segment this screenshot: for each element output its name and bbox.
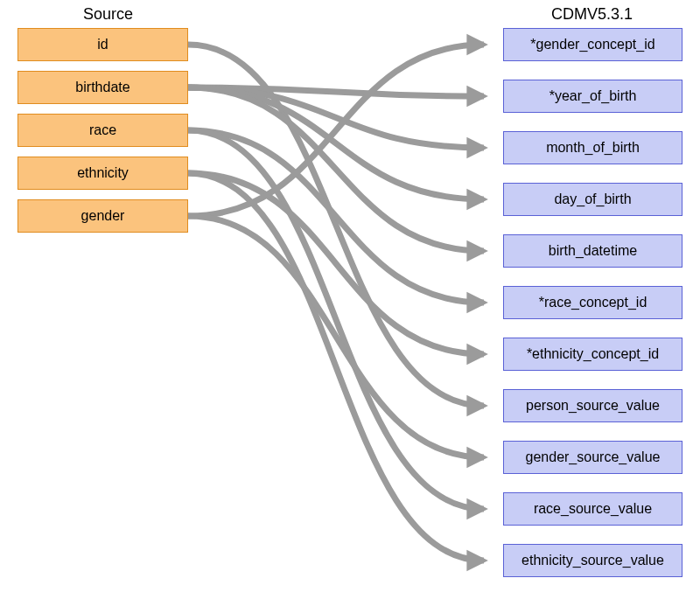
source-node-race-label: race bbox=[89, 122, 116, 138]
target-node-gender_source_value-label: gender_source_value bbox=[526, 449, 661, 465]
target-node-year_of_birth: *year_of_birth bbox=[503, 80, 682, 113]
source-node-ethnicity-label: ethnicity bbox=[77, 165, 129, 181]
target-node-person_source_value-label: person_source_value bbox=[526, 398, 660, 414]
target-node-ethnicity_source_value: ethnicity_source_value bbox=[503, 544, 682, 577]
target-node-gender_source_value: gender_source_value bbox=[503, 441, 682, 474]
link-race-to-race_source_value bbox=[188, 130, 484, 509]
source-node-birthdate: birthdate bbox=[18, 71, 188, 104]
target-column-title: CDMV5.3.1 bbox=[551, 5, 633, 24]
link-gender-to-gender_source_value bbox=[188, 216, 484, 457]
source-node-gender: gender bbox=[18, 199, 188, 233]
link-id-to-person_source_value bbox=[188, 45, 484, 406]
mapping-diagram: { "titles": { "left": "Source", "right":… bbox=[0, 0, 700, 599]
target-node-person_source_value: person_source_value bbox=[503, 389, 682, 422]
target-node-ethnicity_source_value-label: ethnicity_source_value bbox=[522, 553, 664, 568]
link-ethnicity-to-ethnicity_concept_id bbox=[188, 173, 484, 354]
target-node-month_of_birth: month_of_birth bbox=[503, 131, 682, 164]
target-node-year_of_birth-label: *year_of_birth bbox=[550, 88, 637, 104]
link-birthdate-to-birth_datetime bbox=[188, 87, 484, 251]
target-node-race_source_value: race_source_value bbox=[503, 492, 682, 526]
source-node-race: race bbox=[18, 114, 188, 147]
link-birthdate-to-year_of_birth bbox=[188, 87, 484, 96]
link-race-to-race_concept_id bbox=[188, 130, 484, 303]
source-node-birthdate-label: birthdate bbox=[75, 80, 130, 95]
link-birthdate-to-month_of_birth bbox=[188, 87, 484, 148]
target-node-ethnicity_concept_id: *ethnicity_concept_id bbox=[503, 338, 682, 371]
target-node-day_of_birth: day_of_birth bbox=[503, 183, 682, 216]
target-node-gender_concept_id-label: *gender_concept_id bbox=[530, 37, 654, 52]
link-birthdate-to-day_of_birth bbox=[188, 87, 484, 199]
source-node-id-label: id bbox=[97, 37, 108, 52]
target-node-race_concept_id: *race_concept_id bbox=[503, 286, 682, 319]
target-node-ethnicity_concept_id-label: *ethnicity_concept_id bbox=[527, 346, 659, 362]
target-node-race_source_value-label: race_source_value bbox=[534, 501, 652, 517]
link-gender-to-gender_concept_id bbox=[188, 45, 484, 216]
target-node-day_of_birth-label: day_of_birth bbox=[554, 192, 631, 207]
target-node-birth_datetime-label: birth_datetime bbox=[549, 243, 637, 259]
source-node-id: id bbox=[18, 28, 188, 61]
source-column-title: Source bbox=[83, 5, 133, 24]
target-node-race_concept_id-label: *race_concept_id bbox=[539, 295, 648, 310]
link-ethnicity-to-ethnicity_source_value bbox=[188, 173, 484, 561]
target-node-month_of_birth-label: month_of_birth bbox=[546, 140, 640, 156]
target-node-gender_concept_id: *gender_concept_id bbox=[503, 28, 682, 61]
source-node-ethnicity: ethnicity bbox=[18, 157, 188, 190]
target-node-birth_datetime: birth_datetime bbox=[503, 234, 682, 268]
source-node-gender-label: gender bbox=[81, 208, 125, 224]
